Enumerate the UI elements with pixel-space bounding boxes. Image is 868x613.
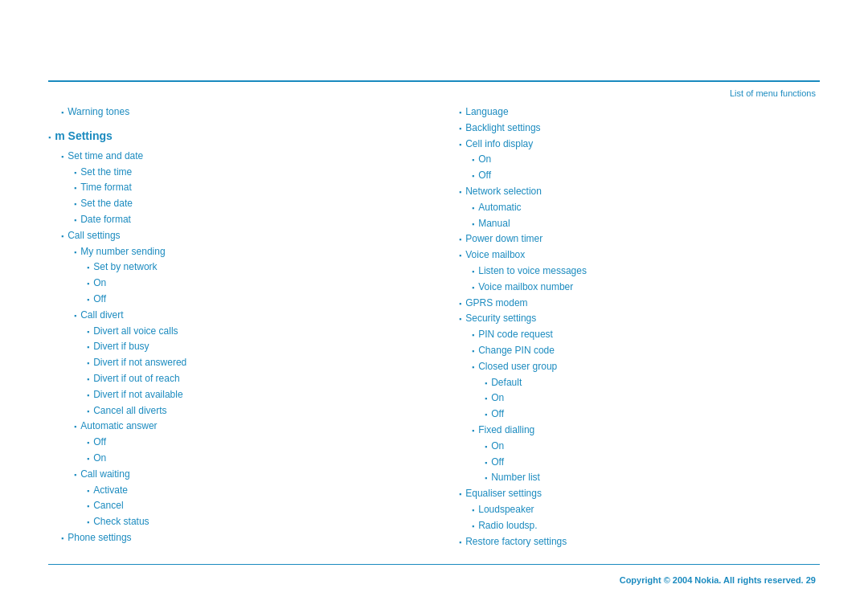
page: List of menu functions Warning tones m S… — [0, 0, 868, 613]
automatic-link[interactable]: Automatic — [472, 202, 522, 213]
list-item: PIN code request — [446, 327, 820, 343]
divert-all-link[interactable]: Divert all voice calls — [87, 325, 178, 337]
pin-code-request-link[interactable]: PIN code request — [472, 329, 553, 340]
list-item: On — [446, 152, 820, 168]
divert-not-answered-link[interactable]: Divert if not answered — [87, 357, 186, 368]
list-item: Number list — [446, 470, 820, 486]
list-item: Network selection — [446, 184, 820, 200]
list-item: Closed user group — [446, 359, 820, 375]
list-item: Off — [446, 455, 820, 471]
cug-on-link[interactable]: On — [485, 392, 504, 403]
bottom-rule — [48, 564, 820, 566]
list-item: Restore factory settings — [446, 534, 820, 550]
listen-voice-link[interactable]: Listen to voice messages — [472, 265, 587, 276]
off-link-1[interactable]: Off — [87, 293, 106, 304]
right-column: Language Backlight settings Cell info di… — [446, 104, 820, 553]
date-format-link[interactable]: Date format — [74, 214, 131, 225]
copyright-text: Copyright © 2004 Nokia. All rights reser… — [620, 575, 804, 585]
list-item: Divert if not answered — [48, 355, 422, 371]
list-item: Fixed dialling — [446, 423, 820, 439]
list-item: Equaliser settings — [446, 486, 820, 502]
warning-tones-link[interactable]: Warning tones — [61, 106, 129, 117]
call-waiting-link[interactable]: Call waiting — [74, 468, 130, 480]
list-item: GPRS modem — [446, 296, 820, 312]
loudspeaker-link[interactable]: Loudspeaker — [472, 504, 534, 515]
default-link[interactable]: Default — [485, 377, 522, 388]
change-pin-link[interactable]: Change PIN code — [472, 345, 555, 356]
list-item: Set by network — [48, 260, 422, 276]
voice-number-link[interactable]: Voice mailbox number — [472, 281, 573, 292]
equaliser-link[interactable]: Equaliser settings — [459, 488, 542, 499]
divert-busy-link[interactable]: Divert if busy — [87, 341, 149, 352]
list-item: On — [446, 439, 820, 455]
restore-factory-link[interactable]: Restore factory settings — [459, 536, 567, 547]
auto-on-link[interactable]: On — [87, 452, 106, 464]
on-link-1[interactable]: On — [87, 277, 106, 288]
fd-on-link[interactable]: On — [485, 440, 504, 452]
set-time-link[interactable]: Set the time — [74, 166, 132, 178]
divert-out-reach-link[interactable]: Divert if out of reach — [87, 373, 180, 384]
list-item: Manual — [446, 216, 820, 232]
header-title[interactable]: List of menu functions — [730, 88, 816, 98]
list-item: Listen to voice messages — [446, 264, 820, 280]
list-item: Warning tones — [48, 104, 422, 121]
closed-user-group-link[interactable]: Closed user group — [472, 361, 557, 372]
language-link[interactable]: Language — [459, 106, 509, 117]
list-item: Backlight settings — [446, 121, 820, 137]
automatic-answer-link[interactable]: Automatic answer — [74, 420, 158, 431]
my-number-sending-link[interactable]: My number sending — [74, 246, 166, 257]
list-item: Time format — [48, 180, 422, 196]
set-time-date-link[interactable]: Set time and date — [61, 150, 143, 161]
content-area: Warning tones m Settings Set time and da… — [48, 104, 820, 553]
left-column: Warning tones m Settings Set time and da… — [48, 104, 422, 553]
list-item: Check status — [48, 514, 422, 530]
auto-off-link[interactable]: Off — [87, 436, 106, 447]
list-item: Set the time — [48, 165, 422, 181]
phone-settings-link[interactable]: Phone settings — [61, 532, 132, 543]
list-item: On — [48, 451, 422, 467]
call-settings-link[interactable]: Call settings — [61, 230, 121, 241]
fd-off-link[interactable]: Off — [485, 456, 504, 468]
radio-loudsp-link[interactable]: Radio loudsp. — [472, 520, 538, 531]
set-by-network-link[interactable]: Set by network — [87, 261, 158, 272]
security-settings-link[interactable]: Security settings — [459, 313, 536, 324]
list-item: Automatic — [446, 200, 820, 216]
list-item: Radio loudsp. — [446, 518, 820, 534]
list-item: Off — [446, 407, 820, 423]
divert-not-available-link[interactable]: Divert if not available — [87, 389, 183, 400]
section-heading: m Settings — [48, 127, 422, 145]
top-rule — [48, 80, 820, 82]
list-item: Language — [446, 104, 820, 121]
list-item: Activate — [48, 483, 422, 499]
cell-off-link[interactable]: Off — [472, 170, 491, 181]
list-item: Cancel — [48, 498, 422, 514]
cell-info-link[interactable]: Cell info display — [459, 138, 533, 149]
list-item: Security settings — [446, 311, 820, 327]
activate-link[interactable]: Activate — [87, 484, 128, 496]
list-item: Phone settings — [48, 530, 422, 546]
set-date-link[interactable]: Set the date — [74, 198, 133, 209]
time-format-link[interactable]: Time format — [74, 182, 132, 193]
list-item: Divert all voice calls — [48, 324, 422, 340]
manual-link[interactable]: Manual — [472, 218, 510, 229]
fixed-dialling-link[interactable]: Fixed dialling — [472, 424, 534, 435]
network-selection-link[interactable]: Network selection — [459, 186, 542, 197]
cancel-diverts-link[interactable]: Cancel all diverts — [87, 405, 167, 416]
cancel-link[interactable]: Cancel — [87, 500, 124, 511]
check-status-link[interactable]: Check status — [87, 516, 149, 527]
number-list-link[interactable]: Number list — [485, 472, 540, 483]
gprs-modem-link[interactable]: GPRS modem — [459, 297, 528, 309]
list-item: My number sending — [48, 244, 422, 260]
footer: Copyright © 2004 Nokia. All rights reser… — [620, 575, 816, 585]
list-item: Change PIN code — [446, 343, 820, 359]
power-down-link[interactable]: Power down timer — [459, 233, 542, 244]
list-item: Cell info display — [446, 137, 820, 153]
cell-on-link[interactable]: On — [472, 153, 491, 165]
list-item: Voice mailbox — [446, 247, 820, 264]
list-item: Cancel all diverts — [48, 403, 422, 419]
backlight-link[interactable]: Backlight settings — [459, 122, 541, 133]
cug-off-link[interactable]: Off — [485, 408, 504, 419]
call-divert-link[interactable]: Call divert — [74, 309, 124, 321]
list-item: On — [48, 276, 422, 292]
voice-mailbox-link[interactable]: Voice mailbox — [459, 249, 525, 260]
